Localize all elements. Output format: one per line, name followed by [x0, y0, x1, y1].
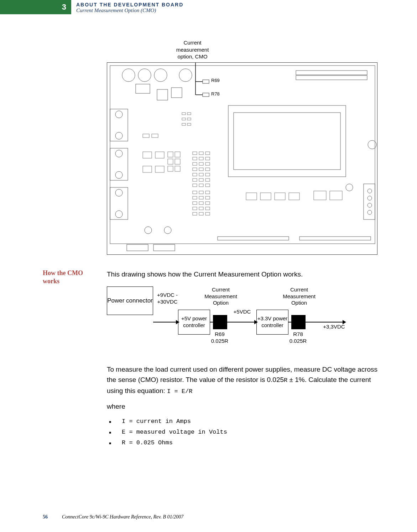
- svg-rect-38: [152, 134, 158, 138]
- svg-rect-16: [218, 237, 289, 240]
- svg-point-25: [368, 203, 372, 207]
- svg-rect-42: [155, 166, 164, 172]
- page-number: 56: [43, 514, 48, 520]
- svg-rect-17: [299, 237, 371, 240]
- svg-rect-77: [199, 202, 203, 205]
- def-voltage-text: E = measured voltage in Volts: [122, 428, 227, 437]
- svg-rect-18: [127, 244, 148, 251]
- page-footer: 56 ConnectCore 9c/Wi-9C Hardware Referen…: [43, 514, 183, 520]
- cmo-block-diagram: Power connector +5V power controller +3.…: [107, 286, 378, 354]
- svg-rect-39: [143, 152, 152, 158]
- svg-rect-87: [275, 193, 285, 200]
- svg-rect-68: [199, 184, 203, 187]
- r78-label: R78 0.025R: [286, 331, 311, 345]
- definitions-list: I = current in Amps E = measured voltage…: [107, 417, 378, 448]
- svg-rect-57: [205, 162, 210, 165]
- r78-name: R78: [293, 331, 303, 337]
- section-body: This drawing shows how the Current Measu…: [107, 269, 378, 449]
- pcb-svg: [107, 63, 377, 255]
- svg-point-12: [154, 69, 167, 82]
- svg-rect-22: [364, 184, 375, 219]
- svg-rect-36: [187, 123, 191, 125]
- svg-rect-50: [199, 152, 203, 155]
- svg-rect-70: [193, 191, 197, 194]
- r69-cmo-box: [213, 315, 227, 329]
- pcb-caption-line1: Current: [183, 40, 201, 46]
- svg-rect-55: [193, 162, 197, 165]
- svg-rect-54: [205, 157, 210, 160]
- svg-point-9: [115, 211, 123, 218]
- intro-paragraph: This drawing shows how the Current Measu…: [107, 269, 378, 279]
- svg-rect-46: [175, 159, 180, 164]
- svg-rect-51: [205, 152, 210, 155]
- svg-rect-60: [205, 168, 210, 171]
- section-title: ABOUT THE DEVELOPMENT BOARD: [76, 2, 183, 7]
- where-label: where: [107, 401, 378, 412]
- svg-rect-4: [110, 148, 128, 180]
- def-voltage: E = measured voltage in Volts: [109, 428, 378, 437]
- svg-rect-21: [234, 113, 340, 170]
- svg-rect-14: [296, 71, 367, 75]
- 33v-controller-box: +3.3V power controller: [256, 310, 288, 335]
- svg-rect-49: [193, 152, 197, 155]
- svg-rect-58: [193, 168, 197, 171]
- svg-rect-98: [203, 80, 209, 83]
- pcb-caption: Current measurement option, CMO: [7, 39, 378, 60]
- svg-point-11: [138, 69, 151, 82]
- svg-rect-44: [175, 152, 180, 157]
- svg-point-10: [122, 69, 135, 82]
- svg-rect-19: [153, 244, 175, 251]
- svg-rect-64: [193, 179, 197, 181]
- 5v-controller-box: +5V power controller: [178, 310, 210, 335]
- svg-rect-32: [187, 113, 191, 115]
- cmo1-title: Current Measurement Option: [199, 286, 242, 306]
- svg-point-13: [179, 69, 192, 82]
- svg-rect-1: [110, 109, 128, 141]
- r69-label: R69 0.025R: [207, 331, 232, 345]
- svg-rect-33: [182, 118, 186, 120]
- section-heading: How the CMO works: [43, 269, 96, 449]
- def-current-text: I = current in Amps: [122, 417, 191, 426]
- svg-rect-47: [168, 166, 173, 171]
- svg-rect-69: [205, 184, 210, 187]
- svg-rect-31: [182, 113, 186, 115]
- svg-rect-75: [205, 196, 210, 199]
- r69-name: R69: [215, 331, 225, 337]
- svg-rect-76: [193, 202, 197, 205]
- svg-rect-83: [199, 212, 203, 215]
- svg-rect-37: [143, 134, 149, 138]
- svg-point-93: [346, 184, 353, 191]
- svg-rect-34: [187, 118, 191, 120]
- svg-rect-45: [168, 159, 173, 164]
- svg-rect-80: [199, 207, 203, 210]
- svg-rect-85: [246, 193, 257, 200]
- svg-rect-61: [193, 173, 197, 176]
- svg-rect-73: [193, 196, 197, 199]
- svg-rect-79: [193, 207, 197, 210]
- svg-point-8: [115, 189, 123, 196]
- svg-rect-74: [199, 196, 203, 199]
- svg-rect-89: [314, 191, 326, 200]
- svg-rect-99: [203, 93, 209, 97]
- pcb-callout-r69: R69: [211, 78, 220, 83]
- svg-rect-78: [205, 202, 210, 205]
- measure-paragraph: To measure the load current used on diff…: [107, 364, 378, 396]
- svg-rect-40: [155, 152, 164, 158]
- svg-point-2: [115, 111, 123, 118]
- svg-point-91: [145, 227, 152, 234]
- 5vdc-label: +5VDC: [231, 309, 253, 315]
- section-subtitle: Current Measurement Option (CMO): [76, 7, 183, 14]
- pcb-caption-line2: measurement: [176, 47, 209, 53]
- r78-value: 0.025R: [290, 338, 307, 344]
- svg-rect-28: [136, 84, 150, 93]
- pcb-layout-image: R69 R78: [107, 62, 377, 255]
- chapter-number: 3: [0, 0, 71, 14]
- resistor-unit: R: [284, 377, 287, 384]
- svg-rect-52: [193, 157, 197, 160]
- svg-rect-72: [205, 191, 210, 194]
- svg-rect-63: [205, 173, 210, 176]
- svg-rect-43: [168, 152, 173, 157]
- def-resistance-text: R = 0.025 Ohms: [122, 438, 173, 448]
- svg-rect-88: [289, 193, 299, 200]
- pcb-figure: Current measurement option, CMO: [107, 39, 378, 255]
